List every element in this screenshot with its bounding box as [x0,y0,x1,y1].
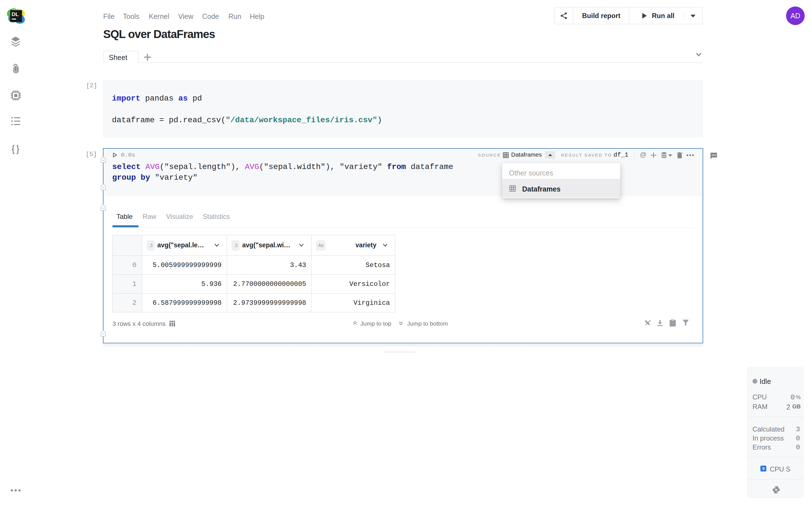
svg-text:DL: DL [11,11,19,17]
